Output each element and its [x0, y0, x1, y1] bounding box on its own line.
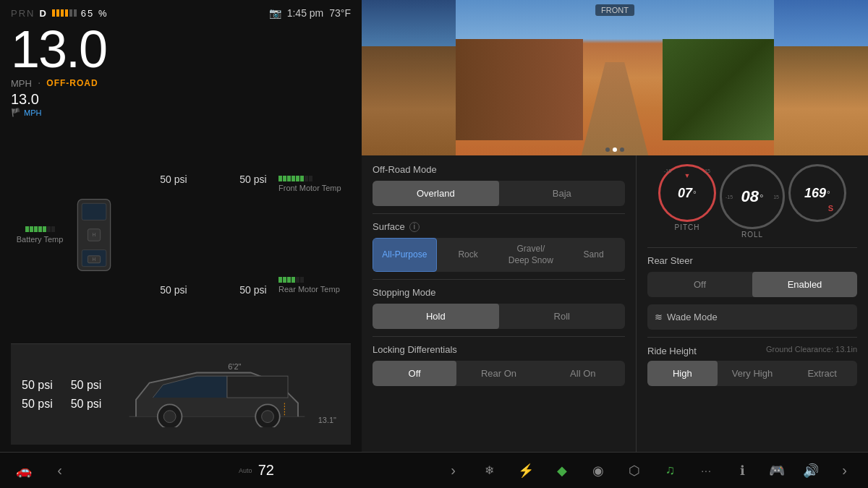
ground-label: 13.1": [318, 416, 336, 424]
taskbar-right-arrow[interactable]: ›: [832, 458, 857, 482]
battery-bars: [52, 9, 77, 17]
auto-label: Auto: [239, 467, 252, 474]
taskbar-media-icon[interactable]: ◉: [585, 459, 610, 482]
btn-overland[interactable]: Overland: [373, 181, 499, 206]
taskbar-game-icon[interactable]: 🎮: [764, 459, 789, 482]
rear-motor-temp: Rear Motor Temp: [278, 277, 351, 294]
surface-info-icon: i: [409, 222, 420, 232]
cam-label: FRONT: [595, 4, 634, 16]
taskbar-volume-icon[interactable]: 🔊: [798, 459, 823, 482]
compass-gauge-item: 169 ° S: [788, 164, 846, 239]
time-temp: 📷 1:45 pm 73°F: [269, 7, 351, 19]
taskbar-ac-icon[interactable]: ❄: [477, 460, 502, 481]
btn-steer-enabled[interactable]: Enabled: [752, 272, 857, 297]
roll-gauge-item: -15 15 08 ° ROLL: [720, 164, 785, 239]
wade-mode-label: Wade Mode: [667, 312, 718, 322]
btn-roll[interactable]: Roll: [499, 304, 626, 329]
btn-diff-off[interactable]: Off: [373, 361, 456, 386]
wade-mode-row[interactable]: ≋ Wade Mode: [647, 304, 857, 330]
svg-text:H: H: [93, 232, 96, 237]
svg-point-12: [262, 411, 274, 423]
rear-motor-temp-label: Rear Motor Temp: [278, 285, 351, 294]
right-controls: ▼ -15 15 07 ° PITCH -15: [637, 155, 868, 452]
right-scene: [774, 0, 868, 155]
compass-unit: °: [827, 189, 830, 200]
battery-bar-3: [61, 9, 64, 17]
btn-rear-on[interactable]: Rear On: [456, 361, 540, 386]
locking-diff-title: Locking Differentials: [373, 344, 625, 355]
bottom-tire-tr: 50 psi: [71, 379, 102, 392]
cam-left: [362, 0, 456, 155]
speed-unit-row: MPH · OFF-ROAD: [11, 77, 351, 90]
battery-temp-bars: [25, 226, 55, 232]
bottom-tires-bottom: 50 psi 50 psi: [22, 398, 101, 411]
cybertruck-side-svg: [116, 359, 318, 427]
off-road-mode-title: Off-Road Mode: [373, 164, 625, 175]
pitch-value: 07: [678, 186, 692, 201]
rear-motor-temp-bars: [278, 277, 351, 283]
taskbar-more-icon[interactable]: ···: [694, 461, 719, 480]
locking-diff-group[interactable]: Off Rear On All On: [373, 361, 625, 386]
compass-value: 169: [804, 186, 826, 201]
btn-extract[interactable]: Extract: [787, 361, 857, 386]
svg-text:H: H: [93, 257, 96, 262]
pitch-label: PITCH: [675, 223, 700, 231]
ride-height-group[interactable]: High Very High Extract: [647, 361, 857, 386]
current-temp: 73°F: [329, 7, 351, 19]
btn-rock[interactable]: Rock: [437, 238, 500, 272]
svg-rect-1: [82, 203, 106, 220]
taskbar-temp-value[interactable]: 72: [258, 462, 274, 479]
front-motor-temp-bars: [278, 176, 351, 181]
cybertruck-side-view: 6'2" 13.1: [116, 359, 340, 430]
btn-all-purpose[interactable]: All-Purpose: [373, 238, 437, 272]
taskbar-music-icon[interactable]: ♫: [658, 459, 683, 481]
btn-steer-off[interactable]: Off: [647, 272, 752, 297]
taskbar-forward-btn[interactable]: ›: [441, 458, 466, 482]
height-label: 6'2": [228, 362, 241, 371]
flag-icon: 🏴: [11, 108, 21, 117]
bottom-car-panel: 50 psi 50 psi 50 psi 50 psi 6'2": [11, 343, 351, 445]
ride-height-title: Ride Height: [647, 346, 697, 356]
mph-label: MPH: [11, 78, 32, 89]
btn-very-high[interactable]: Very High: [718, 361, 788, 386]
divider-5: [647, 337, 857, 338]
battery-bar-5: [69, 9, 72, 17]
bottom-tire-bl: 50 psi: [22, 398, 53, 411]
taskbar-auto: Auto: [239, 467, 252, 474]
divider-3: [373, 336, 625, 337]
battery-temp-section: Battery Temp: [11, 126, 69, 343]
surface-group[interactable]: All-Purpose Rock Gravel/ Deep Snow Sand: [373, 238, 625, 272]
btn-hold[interactable]: Hold: [373, 304, 499, 329]
front-motor-temp-label: Front Motor Temp: [278, 184, 351, 192]
pitch-gauge: ▼ -15 15 07 °: [658, 164, 716, 222]
btn-high[interactable]: High: [647, 361, 718, 386]
cam-icon: 📷: [269, 7, 281, 19]
btn-all-on[interactable]: All On: [541, 361, 625, 386]
battery-bar-4: [65, 9, 68, 17]
btn-sand[interactable]: Sand: [562, 238, 625, 272]
taskbar-bluetooth-icon[interactable]: ⚡: [513, 459, 538, 482]
taskbar-info-icon[interactable]: ℹ: [730, 459, 755, 482]
roll-value-group: 08 °: [741, 187, 763, 206]
wade-icon: ≋: [655, 312, 663, 322]
btn-baja[interactable]: Baja: [499, 181, 626, 206]
speed-display: 13.0 MPH · OFF-ROAD 13.0 🏴 MPH: [11, 23, 351, 117]
compass-cardinal: S: [828, 204, 833, 213]
taskbar-apps-icon[interactable]: ⬡: [621, 459, 647, 482]
taskbar-car-icon[interactable]: 🚗: [11, 459, 36, 482]
cam-dot-2: [613, 147, 617, 152]
cam-dots: [605, 147, 624, 152]
camera-row: FRONT: [362, 0, 868, 155]
taskbar-nav-icon[interactable]: ◆: [549, 459, 574, 482]
taskbar-back-btn[interactable]: ‹: [47, 458, 72, 482]
off-road-mode-group[interactable]: Overland Baja: [373, 181, 625, 206]
rock-left: [456, 39, 583, 140]
gear-prn: PRN: [11, 8, 35, 19]
current-time: 1:45 pm: [287, 7, 324, 19]
btn-gravel-snow[interactable]: Gravel/ Deep Snow: [500, 238, 563, 272]
battery-pct: 65 %: [81, 8, 109, 19]
rear-steer-group[interactable]: Off Enabled: [647, 272, 857, 297]
top-bar: PRN D 65 % 📷 1:45 pm 73°F: [11, 7, 351, 19]
stopping-mode-group[interactable]: Hold Roll: [373, 304, 625, 329]
battery-bar-2: [56, 9, 59, 17]
